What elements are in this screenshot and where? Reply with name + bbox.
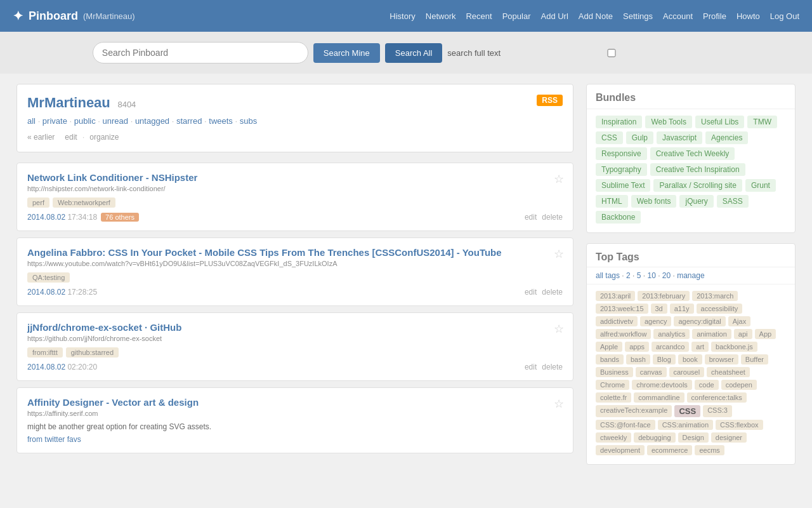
nav-item-log-out[interactable]: Log Out [770,11,799,21]
bundle-tag[interactable]: Useful Libs [695,116,744,128]
bundle-tag[interactable]: Parallax / Scrolling site [653,179,742,192]
bundle-tag[interactable]: Creative Tech Weekly [650,147,735,160]
nav-item-popular[interactable]: Popular [502,11,531,21]
top-tag[interactable]: colette.fr [596,392,631,403]
top-tag[interactable]: creativeTech:example [596,405,672,417]
user-link-subs[interactable]: subs [240,116,257,126]
bookmark-action-delete[interactable]: delete [542,363,563,371]
top-tag[interactable]: development [596,445,645,455]
bookmark-tag[interactable]: github:starred [66,347,119,358]
top-tag[interactable]: Chrome [596,380,629,390]
star-icon[interactable]: ☆ [554,322,564,336]
bookmark-tag[interactable]: Web:networkperf [53,197,115,208]
top-tag[interactable]: designer [711,432,747,443]
top-tag[interactable]: Ajax [728,316,750,326]
top-tag[interactable]: cheatsheet [707,367,750,377]
bundle-tag[interactable]: Responsive [596,147,647,160]
top-tag[interactable]: chrome:devtools [632,380,692,390]
top-tag[interactable]: book [678,354,702,364]
top-tag[interactable]: api [734,329,752,339]
top-tag[interactable]: arcandco [652,342,689,352]
user-link-public[interactable]: public [74,116,96,126]
top-tag[interactable]: browser [705,354,738,364]
top-tag[interactable]: bands [596,354,624,364]
bookmark-title[interactable]: Angelina Fabbro: CSS In Your Pocket - Mo… [27,247,563,258]
top-tag[interactable]: backbone.js [711,342,757,352]
nav-item-add-note[interactable]: Add Note [579,11,613,21]
top-tag[interactable]: carousel [669,367,705,377]
top-tag[interactable]: CSS:flexbox [716,420,763,430]
top-tag[interactable]: ecommerce [647,445,692,455]
bundle-tag[interactable]: Inspiration [596,116,642,128]
top-tag[interactable]: eecms [695,445,724,455]
nav-item-history[interactable]: History [390,11,415,21]
top-tag[interactable]: CSS [674,405,700,417]
bundle-tag[interactable]: Web Tools [645,116,692,128]
top-tag[interactable]: bash [626,354,650,364]
top-tag[interactable]: 2013:march [692,291,738,301]
search-input[interactable] [93,42,308,64]
top-tag[interactable]: accessibility [697,304,743,314]
top-tag[interactable]: analytics [653,329,690,339]
top-tag[interactable]: CSS:3 [703,405,732,417]
bundle-tag[interactable]: Creative Tech Inspiration [650,163,745,176]
top-tag[interactable]: art [691,342,709,352]
top-tag[interactable]: ctweekly [596,432,631,443]
top-tag[interactable]: 2013:april [596,291,635,301]
top-tags-nav-20[interactable]: 20 [662,271,671,280]
search-all-button[interactable]: Search All [385,43,443,63]
bundle-tag[interactable]: HTML [596,195,628,208]
search-mine-button[interactable]: Search Mine [313,43,380,63]
top-tag[interactable]: Buffer [741,354,768,364]
organize-link[interactable]: organize [89,133,119,142]
top-tag[interactable]: Design [678,432,709,443]
bundle-tag[interactable]: TMW [747,116,777,128]
top-tag[interactable]: 3d [651,304,667,314]
top-tags-nav-10[interactable]: 10 [647,271,655,280]
bundle-tag[interactable]: Grunt [745,179,776,192]
bookmark-title[interactable]: Network Link Conditioner - NSHipster [27,172,563,183]
bundle-tag[interactable]: Web fonts [631,195,677,208]
top-tag[interactable]: conference:talks [687,392,747,403]
earlier-link[interactable]: « earlier [27,133,55,142]
top-tag[interactable]: App [755,329,776,339]
top-tag[interactable]: Business [596,367,633,377]
bundle-tag[interactable]: SASS [717,195,749,208]
user-link-tweets[interactable]: tweets [209,116,233,126]
nav-item-account[interactable]: Account [663,11,693,21]
user-link-all[interactable]: all [27,116,36,126]
bookmark-action-edit[interactable]: edit [525,363,537,371]
bookmark-action-delete[interactable]: delete [542,213,563,222]
bundle-tag[interactable]: jQuery [679,195,713,208]
edit-link[interactable]: edit [65,133,77,142]
bookmark-tag[interactable]: QA:testing [27,272,70,283]
bundle-tag[interactable]: Agencies [705,131,748,144]
user-link-starred[interactable]: starred [176,116,202,126]
top-tag[interactable]: commandline [634,392,684,403]
top-tag[interactable]: debugging [634,432,675,443]
search-fulltext-checkbox[interactable] [504,49,719,57]
bookmark-title[interactable]: Affinity Designer - Vector art & design [27,397,563,408]
top-tag[interactable]: codepen [721,380,757,390]
star-icon[interactable]: ☆ [554,172,564,186]
nav-item-add-url[interactable]: Add Url [540,11,568,21]
top-tag[interactable]: apps [625,342,649,352]
top-tag[interactable]: code [695,380,719,390]
top-tag[interactable]: CSS:animation [658,420,713,430]
user-link-unread[interactable]: unread [103,116,128,126]
star-icon[interactable]: ☆ [554,247,564,261]
top-tag[interactable]: Apple [596,342,622,352]
top-tags-all-link[interactable]: all tags [596,271,620,280]
bookmark-others[interactable]: 76 others [101,213,139,222]
nav-item-network[interactable]: Network [426,11,456,21]
bundle-tag[interactable]: Gulp [626,131,653,144]
top-tag[interactable]: agency [640,316,671,326]
top-tag[interactable]: 2013:week:15 [596,304,648,314]
star-icon[interactable]: ☆ [554,397,564,411]
user-link-untagged[interactable]: untagged [135,116,169,126]
top-tags-nav-2[interactable]: 2 [626,271,631,280]
bookmark-tag[interactable]: perf [27,197,49,208]
top-tag[interactable]: agency:digital [674,316,725,326]
top-tag[interactable]: a11y [670,304,694,314]
top-tag[interactable]: animation [692,329,731,339]
